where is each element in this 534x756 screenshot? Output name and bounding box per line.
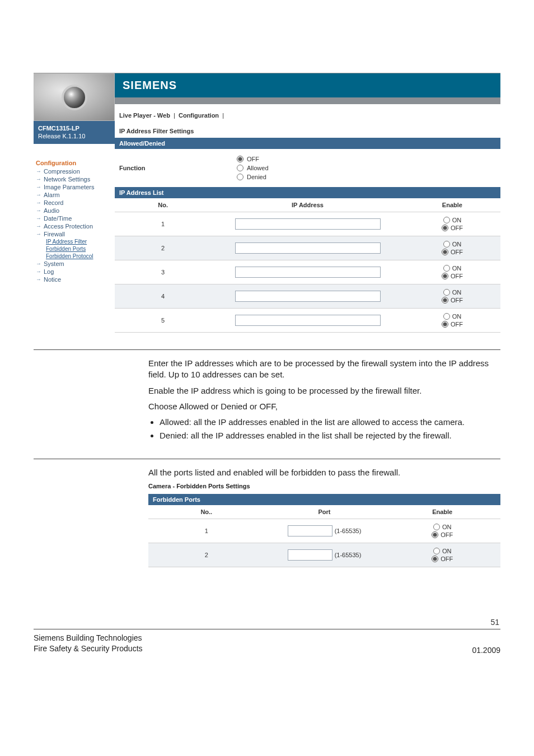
divider bbox=[34, 459, 500, 459]
enable-off[interactable]: OFF bbox=[442, 321, 463, 328]
nav-network-settings[interactable]: →Network Settings bbox=[36, 175, 113, 183]
cell-enable: ON OFF bbox=[384, 519, 500, 543]
enable-off[interactable]: OFF bbox=[432, 531, 453, 538]
ports-table: No.. Port Enable 1(1-65535) ON OFF2(1-65… bbox=[148, 505, 500, 567]
port-input[interactable] bbox=[288, 525, 332, 536]
col-enable: Enable bbox=[404, 198, 500, 212]
enable-on-radio[interactable] bbox=[443, 289, 450, 296]
col-no: No.. bbox=[148, 505, 265, 519]
nav-image-parameters[interactable]: →Image Parameters bbox=[36, 183, 113, 191]
divider bbox=[34, 349, 500, 350]
enable-on[interactable]: ON bbox=[443, 313, 462, 320]
enable-on-radio[interactable] bbox=[443, 313, 450, 320]
radio-allowed-input[interactable] bbox=[237, 165, 243, 171]
nav-firewall[interactable]: →Firewall bbox=[36, 230, 113, 238]
nav-forbidden-protocol[interactable]: Forbidden Protocol bbox=[46, 253, 113, 260]
footer-line-2: Fire Safety & Security Products bbox=[34, 643, 143, 655]
enable-off[interactable]: OFF bbox=[442, 225, 463, 231]
doc-text-block: All the ports listed and enabled will be… bbox=[148, 467, 500, 478]
cell-enable: ON OFF bbox=[404, 284, 500, 309]
enable-on-radio[interactable] bbox=[433, 548, 440, 554]
port-input[interactable] bbox=[288, 549, 332, 561]
radio-denied-input[interactable] bbox=[237, 174, 243, 180]
enable-off-radio[interactable] bbox=[432, 556, 438, 562]
cell-enable: ON OFF bbox=[404, 236, 500, 260]
table-row: 1(1-65535) ON OFF bbox=[148, 519, 500, 543]
enable-off-radio[interactable] bbox=[432, 531, 438, 538]
nav-system[interactable]: →System bbox=[36, 260, 113, 268]
enable-on[interactable]: ON bbox=[433, 548, 452, 554]
enable-off-radio[interactable] bbox=[442, 249, 448, 255]
cell-enable: ON OFF bbox=[404, 260, 500, 284]
page-footer: Siemens Building Technologies Fire Safet… bbox=[34, 633, 500, 655]
cell-no: 3 bbox=[115, 260, 211, 284]
nav-ip-address-filter[interactable]: IP Address Filter bbox=[46, 238, 113, 245]
footer-date: 01.2009 bbox=[472, 646, 500, 655]
enable-off[interactable]: OFF bbox=[432, 556, 453, 562]
arrow-icon: → bbox=[36, 231, 41, 237]
arrow-icon: → bbox=[36, 260, 41, 267]
enable-off[interactable]: OFF bbox=[442, 273, 463, 279]
nav-access-protection[interactable]: →Access Protection bbox=[36, 222, 113, 230]
radio-off[interactable]: OFF bbox=[237, 156, 269, 162]
col-port: Port bbox=[265, 505, 385, 519]
nav-notice[interactable]: →Notice bbox=[36, 276, 113, 283]
doc-paragraph: All the ports listed and enabled will be… bbox=[148, 467, 500, 478]
radio-denied[interactable]: Denied bbox=[237, 174, 269, 180]
footer-divider bbox=[34, 629, 500, 629]
nav-record[interactable]: →Record bbox=[36, 199, 113, 207]
enable-on[interactable]: ON bbox=[443, 241, 462, 248]
app-frame: CFMC1315-LP Release K.1.1.10 Configurati… bbox=[34, 73, 500, 333]
enable-off-radio[interactable] bbox=[442, 273, 448, 279]
cell-port: (1-65535) bbox=[265, 543, 385, 567]
sub-bar bbox=[115, 97, 500, 104]
enable-on-radio[interactable] bbox=[443, 241, 450, 248]
cell-no: 1 bbox=[148, 519, 265, 543]
enable-off-radio[interactable] bbox=[442, 321, 448, 328]
enable-off-radio[interactable] bbox=[442, 297, 448, 304]
ip-address-input[interactable] bbox=[235, 291, 381, 302]
ip-address-input[interactable] bbox=[235, 242, 381, 254]
nav-firewall-sub: IP Address Filter Forbidden Ports Forbid… bbox=[36, 238, 113, 260]
ip-address-input[interactable] bbox=[235, 315, 381, 326]
enable-off-radio[interactable] bbox=[442, 225, 448, 231]
enable-on[interactable]: ON bbox=[443, 217, 462, 223]
table-row: 2(1-65535) ON OFF bbox=[148, 543, 500, 567]
ip-address-input[interactable] bbox=[235, 218, 381, 230]
nav-alarm[interactable]: →Alarm bbox=[36, 191, 113, 199]
nav-forbidden-ports[interactable]: Forbidden Ports bbox=[46, 245, 113, 253]
product-release: Release K.1.1.10 bbox=[38, 132, 110, 140]
cell-port: (1-65535) bbox=[265, 519, 385, 543]
arrow-icon: → bbox=[36, 192, 41, 198]
enable-on-radio[interactable] bbox=[443, 265, 450, 272]
table-row: 3 ON OFF bbox=[115, 260, 500, 284]
radio-allowed[interactable]: Allowed bbox=[237, 165, 269, 171]
nav-date-time[interactable]: →Date/Time bbox=[36, 214, 113, 222]
col-no: No. bbox=[115, 198, 211, 212]
breadcrumb-configuration[interactable]: Configuration bbox=[179, 112, 219, 119]
radio-off-input[interactable] bbox=[237, 156, 243, 162]
ip-address-table: No. IP Address Enable 1 ON OFF2 ON OFF3 … bbox=[115, 198, 500, 333]
panel-ip-address-list: IP Address List bbox=[115, 187, 500, 198]
arrow-icon: → bbox=[36, 184, 41, 190]
enable-off[interactable]: OFF bbox=[442, 297, 463, 304]
doc-list-item: Denied: all the IP addresses enabled in … bbox=[160, 430, 500, 441]
breadcrumb-live-player[interactable]: Live Player - Web bbox=[119, 112, 170, 119]
port-range-hint: (1-65535) bbox=[335, 552, 362, 558]
arrow-icon: → bbox=[36, 168, 41, 174]
enable-off[interactable]: OFF bbox=[442, 249, 463, 255]
ip-address-input[interactable] bbox=[235, 267, 381, 278]
cell-no: 1 bbox=[115, 212, 211, 236]
enable-on-radio[interactable] bbox=[443, 217, 450, 223]
cell-no: 5 bbox=[115, 309, 211, 333]
enable-on[interactable]: ON bbox=[443, 289, 462, 296]
enable-on-radio[interactable] bbox=[433, 524, 440, 530]
sidebar: CFMC1315-LP Release K.1.1.10 Configurati… bbox=[34, 73, 115, 333]
function-label: Function bbox=[119, 165, 237, 171]
enable-on[interactable]: ON bbox=[433, 524, 452, 530]
nav-audio[interactable]: →Audio bbox=[36, 207, 113, 214]
nav-log[interactable]: →Log bbox=[36, 268, 113, 276]
nav-compression[interactable]: →Compression bbox=[36, 167, 113, 175]
arrow-icon: → bbox=[36, 276, 41, 282]
enable-on[interactable]: ON bbox=[443, 265, 462, 272]
